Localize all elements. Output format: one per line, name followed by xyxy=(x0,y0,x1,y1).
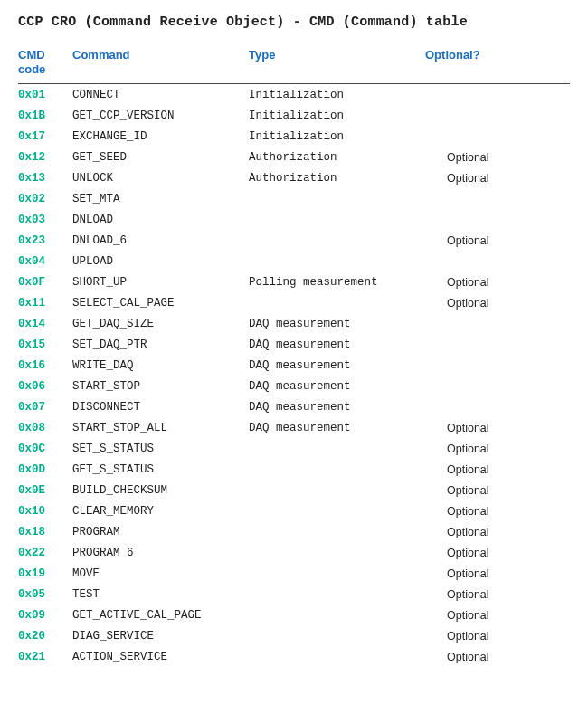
header-cmd-code: CMD code xyxy=(18,43,72,84)
type-cell xyxy=(249,625,425,646)
command-cell: UNLOCK xyxy=(72,167,249,188)
command-cell: GET_SEED xyxy=(72,147,249,167)
optional-cell: Optional xyxy=(425,605,570,625)
command-cell: SET_MTA xyxy=(72,188,249,209)
type-cell xyxy=(249,459,425,480)
type-cell xyxy=(249,563,425,584)
cmd-code-cell: 0x23 xyxy=(18,230,72,251)
table-row: 0x05TESTOptional xyxy=(18,584,570,605)
table-row: 0x0EBUILD_CHECKSUMOptional xyxy=(18,480,570,500)
cmd-code-cell: 0x03 xyxy=(18,209,72,230)
cmd-code-cell: 0x09 xyxy=(18,605,72,625)
type-cell xyxy=(249,646,425,667)
optional-cell xyxy=(425,334,570,355)
table-row: 0x01CONNECTInitialization xyxy=(18,84,570,106)
command-cell: DIAG_SERVICE xyxy=(72,625,249,646)
table-row: 0x12GET_SEEDAuthorizationOptional xyxy=(18,147,570,167)
table-row: 0x19MOVEOptional xyxy=(18,563,570,584)
table-row: 0x10CLEAR_MEMORYOptional xyxy=(18,500,570,521)
header-type: Type xyxy=(249,43,425,84)
type-cell xyxy=(249,209,425,230)
table-row: 0x09GET_ACTIVE_CAL_PAGEOptional xyxy=(18,605,570,625)
table-row: 0x16WRITE_DAQDAQ measurement xyxy=(18,355,570,376)
command-cell: DNLOAD_6 xyxy=(72,230,249,251)
command-cell: EXCHANGE_ID xyxy=(72,126,249,147)
table-header-row: CMD code Command Type Optional? xyxy=(18,43,570,84)
type-cell xyxy=(249,188,425,209)
header-optional: Optional? xyxy=(425,43,570,84)
cmd-code-cell: 0x18 xyxy=(18,521,72,542)
type-cell: DAQ measurement xyxy=(249,396,425,417)
optional-cell xyxy=(425,251,570,272)
cmd-code-cell: 0x13 xyxy=(18,167,72,188)
optional-cell: Optional xyxy=(425,542,570,563)
table-row: 0x1BGET_CCP_VERSIONInitialization xyxy=(18,105,570,126)
command-cell: BUILD_CHECKSUM xyxy=(72,480,249,500)
command-cell: START_STOP_ALL xyxy=(72,417,249,438)
optional-cell xyxy=(425,105,570,126)
optional-cell xyxy=(425,376,570,396)
command-cell: DNLOAD xyxy=(72,209,249,230)
table-row: 0x0DGET_S_STATUSOptional xyxy=(18,459,570,480)
cmd-code-cell: 0x0F xyxy=(18,272,72,292)
command-cell: GET_S_STATUS xyxy=(72,459,249,480)
command-cell: CLEAR_MEMORY xyxy=(72,500,249,521)
optional-cell: Optional xyxy=(425,646,570,667)
table-row: 0x03DNLOAD xyxy=(18,209,570,230)
command-cell: START_STOP xyxy=(72,376,249,396)
type-cell: DAQ measurement xyxy=(249,355,425,376)
optional-cell: Optional xyxy=(425,625,570,646)
command-cell: TEST xyxy=(72,584,249,605)
header-command: Command xyxy=(72,43,249,84)
command-cell: MOVE xyxy=(72,563,249,584)
type-cell: Authorization xyxy=(249,147,425,167)
optional-cell: Optional xyxy=(425,147,570,167)
command-cell: SET_DAQ_PTR xyxy=(72,334,249,355)
type-cell xyxy=(249,292,425,313)
cmd-code-cell: 0x11 xyxy=(18,292,72,313)
cmd-code-cell: 0x0E xyxy=(18,480,72,500)
cmd-code-cell: 0x14 xyxy=(18,313,72,334)
type-cell xyxy=(249,584,425,605)
table-row: 0x08START_STOP_ALLDAQ measurementOptiona… xyxy=(18,417,570,438)
optional-cell: Optional xyxy=(425,459,570,480)
type-cell: DAQ measurement xyxy=(249,334,425,355)
optional-cell: Optional xyxy=(425,500,570,521)
command-cell: WRITE_DAQ xyxy=(72,355,249,376)
cmd-code-cell: 0x22 xyxy=(18,542,72,563)
cmd-code-cell: 0x17 xyxy=(18,126,72,147)
command-cell: PROGRAM xyxy=(72,521,249,542)
type-cell: Initialization xyxy=(249,105,425,126)
table-row: 0x21ACTION_SERVICEOptional xyxy=(18,646,570,667)
table-row: 0x18PROGRAMOptional xyxy=(18,521,570,542)
table-row: 0x06START_STOPDAQ measurement xyxy=(18,376,570,396)
table-row: 0x22PROGRAM_6Optional xyxy=(18,542,570,563)
table-row: 0x0FSHORT_UPPolling measurementOptional xyxy=(18,272,570,292)
optional-cell: Optional xyxy=(425,272,570,292)
cmd-code-cell: 0x16 xyxy=(18,355,72,376)
optional-cell xyxy=(425,126,570,147)
command-cell: ACTION_SERVICE xyxy=(72,646,249,667)
cmd-code-cell: 0x0C xyxy=(18,438,72,459)
command-cell: SET_S_STATUS xyxy=(72,438,249,459)
table-row: 0x13UNLOCKAuthorizationOptional xyxy=(18,167,570,188)
cmd-code-cell: 0x15 xyxy=(18,334,72,355)
type-cell: Polling measurement xyxy=(249,272,425,292)
table-row: 0x17EXCHANGE_IDInitialization xyxy=(18,126,570,147)
command-cell: SHORT_UP xyxy=(72,272,249,292)
cmd-code-cell: 0x20 xyxy=(18,625,72,646)
table-row: 0x14GET_DAQ_SIZEDAQ measurement xyxy=(18,313,570,334)
optional-cell xyxy=(425,355,570,376)
type-cell: Initialization xyxy=(249,126,425,147)
optional-cell: Optional xyxy=(425,438,570,459)
cmd-code-cell: 0x10 xyxy=(18,500,72,521)
type-cell xyxy=(249,542,425,563)
optional-cell xyxy=(425,209,570,230)
command-cell: SELECT_CAL_PAGE xyxy=(72,292,249,313)
type-cell xyxy=(249,480,425,500)
type-cell xyxy=(249,605,425,625)
ccp-cmd-table: CMD code Command Type Optional? 0x01CONN… xyxy=(18,43,570,667)
table-row: 0x02SET_MTA xyxy=(18,188,570,209)
cmd-code-cell: 0x06 xyxy=(18,376,72,396)
optional-cell: Optional xyxy=(425,521,570,542)
